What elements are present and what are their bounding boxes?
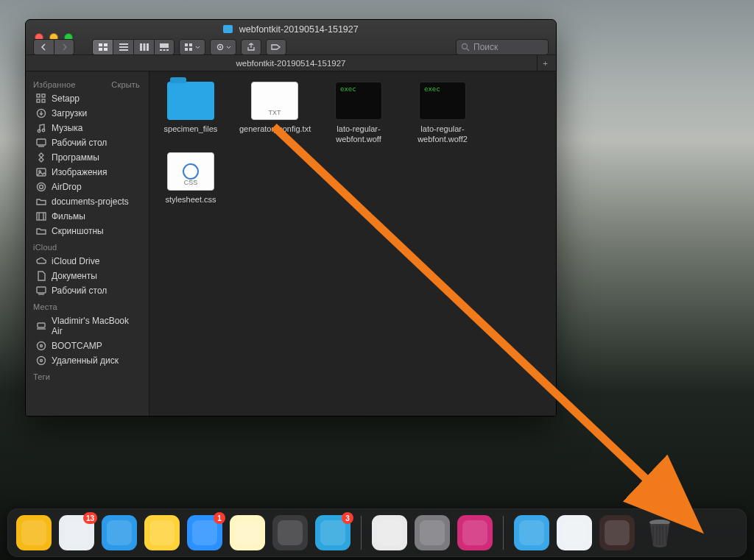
sidebar-item[interactable]: AirDrop: [26, 180, 146, 194]
exec-icon: [419, 82, 466, 120]
sidebar-item[interactable]: Фильмы: [26, 209, 146, 224]
dock-app-safari[interactable]: [102, 515, 137, 550]
file-item[interactable]: stylesheet.css: [155, 152, 226, 205]
view-icons-button[interactable]: [92, 39, 113, 55]
sidebar-item-label: AirDrop: [52, 182, 82, 192]
exec-icon: [335, 82, 382, 120]
svg-rect-16: [185, 48, 188, 51]
svg-point-43: [40, 345, 43, 347]
svg-rect-4: [119, 43, 128, 45]
dock-app-telegram[interactable]: 3: [315, 515, 350, 550]
notes-icon: [235, 520, 260, 545]
dock-app-settings[interactable]: [415, 515, 450, 550]
image-stack-icon: [605, 520, 630, 545]
svg-rect-10: [160, 43, 169, 48]
svg-rect-35: [37, 213, 46, 220]
sidebar-item[interactable]: Vladimir's MacBook Air: [26, 313, 146, 339]
gear-icon: [216, 43, 225, 52]
sidebar-item-label: Загрузки: [52, 108, 87, 118]
window-title: webfontkit-20190514-151927: [26, 24, 556, 35]
sidebar-item-label: Документы: [52, 271, 97, 281]
action-button[interactable]: [210, 39, 236, 55]
content-area[interactable]: specimen_filesgenerator_config.txtlato-r…: [149, 71, 556, 416]
svg-point-27: [38, 130, 40, 132]
sidebar-section-header: Места: [26, 298, 146, 313]
calendar-app-icon: [377, 520, 402, 545]
txt-icon: [251, 82, 298, 120]
sidebar-item[interactable]: Загрузки: [26, 106, 146, 121]
file-item[interactable]: lato-regular-webfont.woff: [323, 82, 394, 145]
sidebar-item[interactable]: BOOTCAMP: [26, 339, 146, 353]
finalcut-icon: [278, 520, 303, 545]
view-list-button[interactable]: [113, 39, 133, 55]
dock-app-appstore[interactable]: 1: [187, 515, 222, 550]
dock-app-notes[interactable]: [230, 515, 265, 550]
sidebar-item-label: Удаленный диск: [52, 355, 119, 366]
file-name: specimen_files: [155, 124, 226, 135]
file-name: lato-regular-webfont.woff: [323, 124, 394, 145]
sidebar-hide-button[interactable]: Скрыть: [111, 80, 140, 89]
sidebar-item[interactable]: Рабочий стол: [26, 283, 146, 298]
sidebar-item-label: Фильмы: [52, 211, 85, 221]
search-field[interactable]: Поиск: [456, 39, 549, 55]
dropbox-folder-icon: [519, 520, 544, 545]
dock-app-mail[interactable]: 13: [59, 515, 94, 550]
dock-app-finalcut[interactable]: [272, 515, 308, 550]
window-title-text: webfontkit-20190514-151927: [239, 24, 359, 35]
share-button[interactable]: [241, 39, 261, 55]
settings-icon: [420, 520, 445, 545]
sidebar-item[interactable]: Скриншотны: [26, 224, 146, 238]
dock-app-calendar-app[interactable]: [372, 515, 407, 550]
file-item[interactable]: generator_config.txt: [239, 82, 310, 145]
sidebar-section-header: Теги: [26, 368, 146, 383]
new-tab-button[interactable]: +: [537, 55, 553, 71]
dock-app-cleanmymac[interactable]: [457, 515, 493, 550]
svg-rect-3: [104, 48, 108, 51]
dock-app-pdf-doc[interactable]: [557, 515, 592, 550]
svg-rect-40: [38, 323, 45, 327]
sidebar-item-label: iCloud Drive: [52, 256, 99, 266]
dock-app-image-stack[interactable]: [599, 515, 635, 550]
svg-rect-14: [185, 43, 188, 46]
sidebar-item-label: Vladimir's MacBook Air: [52, 316, 141, 336]
sidebar-item[interactable]: Setapp: [26, 91, 146, 106]
sidebar-item[interactable]: Документы: [26, 269, 146, 283]
sidebar-item[interactable]: Музыка: [26, 121, 146, 135]
svg-rect-5: [119, 46, 128, 48]
css-icon: [167, 152, 214, 191]
sidebar-item[interactable]: Программы: [26, 150, 146, 165]
tab-active[interactable]: webfontkit-20190514-151927: [26, 59, 556, 68]
svg-rect-1: [104, 43, 108, 46]
svg-point-28: [42, 129, 45, 132]
view-columns-button[interactable]: [133, 39, 154, 55]
arrange-button[interactable]: [179, 39, 205, 55]
file-item[interactable]: lato-regular-webfont.woff2: [407, 82, 478, 145]
svg-rect-29: [37, 139, 46, 145]
file-name: stylesheet.css: [155, 195, 226, 205]
sidebar-item[interactable]: Рабочий стол: [26, 135, 146, 150]
dock-app-forklift[interactable]: [16, 515, 52, 550]
back-button[interactable]: [33, 39, 54, 55]
sidebar-item-label: Программы: [52, 152, 99, 163]
dock-trash[interactable]: [642, 515, 677, 550]
sidebar-item[interactable]: Изображения: [26, 165, 146, 180]
chevron-down-icon: [226, 46, 231, 49]
sidebar-item[interactable]: iCloud Drive: [26, 254, 146, 269]
chevron-right-icon: [61, 43, 68, 51]
sidebar-item[interactable]: Удаленный диск: [26, 353, 146, 368]
file-item[interactable]: specimen_files: [155, 82, 226, 145]
dock-app-butterfly[interactable]: [144, 515, 180, 550]
sidebar-item[interactable]: documents-projects: [26, 194, 146, 209]
view-gallery-button[interactable]: [154, 39, 175, 55]
appstore-icon: [192, 520, 217, 545]
forward-button[interactable]: [54, 39, 74, 55]
dock: 1313: [7, 508, 747, 557]
columns-icon: [140, 43, 149, 51]
tags-button[interactable]: [266, 39, 286, 55]
sidebar-item-label: Скриншотны: [52, 226, 104, 236]
svg-rect-12: [163, 49, 166, 51]
svg-point-19: [219, 46, 220, 48]
dock-app-dropbox-folder[interactable]: [514, 515, 549, 550]
svg-rect-13: [166, 49, 169, 51]
file-grid: specimen_filesgenerator_config.txtlato-r…: [155, 82, 550, 205]
